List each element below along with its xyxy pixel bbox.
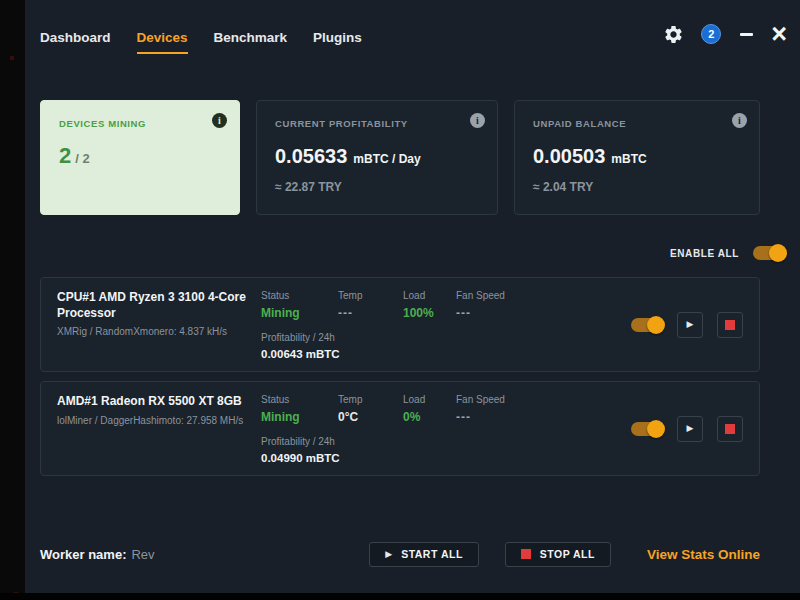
app-screen: Dashboard Devices Benchmark Plugins 2 × …	[0, 0, 800, 600]
worker-name-label: Worker name:	[40, 547, 126, 562]
stop-all-button[interactable]: STOP ALL	[505, 542, 611, 567]
devices-mining-label: DEVICES MINING	[59, 118, 221, 129]
temp-value: 0°C	[338, 410, 403, 424]
devices-mining-card: i DEVICES MINING 2 / 2	[40, 100, 240, 215]
tab-benchmark[interactable]: Benchmark	[214, 30, 288, 52]
profitability-card: i CURRENT PROFITABILITY 0.05633 mBTC / D…	[256, 100, 498, 215]
device-name: AMD#1 Radeon RX 5500 XT 8GB	[57, 394, 255, 410]
worker-name: Worker name:Rev	[40, 547, 155, 562]
profitability-value: 0.05633	[275, 145, 347, 168]
stats-cards: i DEVICES MINING 2 / 2 i CURRENT PROFITA…	[40, 100, 760, 215]
start-all-button[interactable]: ▶ START ALL	[369, 542, 479, 567]
devices-mining-value: 2	[59, 143, 71, 169]
device-toggle[interactable]	[631, 422, 663, 436]
load-value: 0%	[403, 410, 456, 424]
profitability-24h-label: Profitability / 24h	[261, 332, 526, 343]
notification-badge[interactable]: 2	[701, 24, 721, 44]
stop-icon	[725, 320, 735, 330]
temp-label: Temp	[338, 394, 403, 405]
info-icon[interactable]: i	[212, 113, 227, 128]
stop-all-label: STOP ALL	[540, 548, 595, 560]
play-icon: ▶	[687, 424, 694, 433]
minimize-icon	[740, 33, 753, 36]
main-nav: Dashboard Devices Benchmark Plugins	[40, 30, 362, 54]
tab-plugins[interactable]: Plugins	[313, 30, 362, 52]
toggle-knob	[647, 316, 665, 334]
fan-speed-label: Fan Speed	[456, 394, 526, 405]
fan-speed-value: ---	[456, 410, 526, 424]
status-label: Status	[261, 290, 338, 301]
fan-speed-value: ---	[456, 306, 526, 320]
minimize-button[interactable]	[738, 23, 754, 45]
tab-dashboard[interactable]: Dashboard	[40, 30, 111, 52]
device-miner-info: XMRig / RandomXmonero: 4.837 kH/s	[57, 325, 255, 338]
play-icon: ▶	[687, 320, 694, 329]
balance-unit: mBTC	[611, 152, 646, 166]
desktop-bottom-edge	[0, 593, 800, 600]
start-all-label: START ALL	[401, 548, 463, 560]
device-row-gpu: AMD#1 Radeon RX 5500 XT 8GB lolMiner / D…	[40, 381, 760, 476]
balance-fiat: ≈ 2.04 TRY	[533, 180, 741, 194]
status-value: Mining	[261, 410, 338, 424]
tab-devices[interactable]: Devices	[137, 30, 188, 54]
desktop-artifact	[10, 56, 14, 60]
toggle-knob	[647, 420, 665, 438]
close-button[interactable]: ×	[771, 22, 787, 46]
device-toggle[interactable]	[631, 318, 663, 332]
device-miner-info: lolMiner / DaggerHashimoto: 27.958 MH/s	[57, 414, 255, 427]
balance-value: 0.00503	[533, 145, 605, 168]
toggle-knob	[769, 244, 787, 262]
stop-icon	[725, 424, 735, 434]
device-start-button[interactable]: ▶	[677, 416, 703, 442]
stop-icon	[521, 549, 531, 559]
info-icon[interactable]: i	[732, 113, 747, 128]
view-stats-online-link[interactable]: View Stats Online	[647, 547, 760, 562]
temp-value: ---	[338, 306, 403, 320]
worker-name-value: Rev	[131, 547, 154, 562]
profitability-24h-value: 0.00643 mBTC	[261, 348, 526, 360]
fan-speed-label: Fan Speed	[456, 290, 526, 301]
play-icon: ▶	[385, 550, 392, 559]
profitability-unit: mBTC / Day	[353, 152, 420, 166]
enable-all-toggle[interactable]	[753, 246, 785, 260]
settings-gear-icon[interactable]	[662, 23, 684, 45]
enable-all-label: ENABLE ALL	[670, 248, 739, 259]
profitability-24h-label: Profitability / 24h	[261, 436, 526, 447]
enable-all-row: ENABLE ALL	[670, 246, 785, 260]
info-icon[interactable]: i	[470, 113, 485, 128]
status-label: Status	[261, 394, 338, 405]
device-name: CPU#1 AMD Ryzen 3 3100 4-Core Processor	[57, 290, 255, 321]
profitability-24h-value: 0.04990 mBTC	[261, 452, 526, 464]
device-stop-button[interactable]	[717, 416, 743, 442]
load-label: Load	[403, 394, 456, 405]
balance-label: UNPAID BALANCE	[533, 118, 741, 129]
miner-window: Dashboard Devices Benchmark Plugins 2 × …	[25, 0, 800, 593]
device-start-button[interactable]: ▶	[677, 312, 703, 338]
devices-mining-total: / 2	[75, 151, 89, 166]
desktop-left-edge	[0, 0, 25, 600]
device-stop-button[interactable]	[717, 312, 743, 338]
profitability-label: CURRENT PROFITABILITY	[275, 118, 479, 129]
profitability-fiat: ≈ 22.87 TRY	[275, 180, 479, 194]
unpaid-balance-card: i UNPAID BALANCE 0.00503 mBTC ≈ 2.04 TRY	[514, 100, 760, 215]
device-row-cpu: CPU#1 AMD Ryzen 3 3100 4-Core Processor …	[40, 277, 760, 372]
temp-label: Temp	[338, 290, 403, 301]
window-controls: 2 ×	[662, 22, 787, 46]
load-label: Load	[403, 290, 456, 301]
status-value: Mining	[261, 306, 338, 320]
footer-bar: Worker name:Rev ▶ START ALL STOP ALL Vie…	[40, 540, 760, 568]
load-value: 100%	[403, 306, 456, 320]
